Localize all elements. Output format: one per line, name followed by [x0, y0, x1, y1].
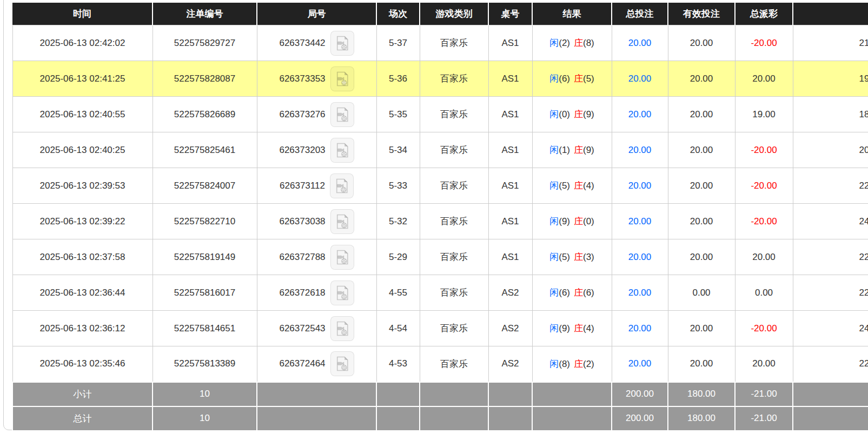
banker-result-label: 庄 — [574, 109, 583, 119]
total-payout-cell: 20.00 — [735, 239, 793, 275]
round-no-cell: 626373353 — [257, 61, 376, 97]
video-file-icon[interactable] — [330, 31, 354, 56]
valid-bet-cell: 20.00 — [668, 25, 735, 61]
table-no-cell: AS1 — [488, 204, 532, 239]
table-row[interactable]: 2025-06-13 02:39:53 522575824007 6263731… — [12, 168, 868, 204]
total-total-bet: 200.00 — [612, 406, 668, 431]
game-type-cell: 百家乐 — [420, 239, 488, 275]
time-cell: 2025-06-13 02:37:58 — [12, 239, 153, 275]
video-file-icon[interactable] — [330, 281, 354, 305]
result-cell: 闲(8)庄(2) — [532, 346, 612, 382]
round-number: 626373353 — [279, 74, 325, 84]
session-cell: 5-29 — [376, 239, 420, 275]
table-no-cell: AS1 — [488, 132, 532, 168]
table-row[interactable]: 2025-06-13 02:35:46 522575813389 6263724… — [12, 346, 868, 382]
balance-cell: 22 — [793, 346, 868, 382]
total-payout-cell: -20.00 — [735, 132, 793, 168]
total-payout-cell: -20.00 — [735, 311, 793, 346]
video-file-icon[interactable] — [330, 102, 354, 127]
balance-cell: 22 — [793, 275, 868, 311]
video-file-icon[interactable] — [330, 138, 354, 163]
game-type-cell: 百家乐 — [420, 25, 488, 61]
table-row[interactable]: 2025-06-13 02:40:25 522575825461 6263732… — [12, 132, 868, 168]
valid-bet-cell: 20.00 — [668, 132, 735, 168]
result-cell: 闲(9)庄(0) — [532, 204, 612, 239]
session-cell: 5-32 — [376, 204, 420, 239]
table-no-cell: AS1 — [488, 61, 532, 97]
player-result-score: (9) — [559, 323, 570, 333]
banker-result-label: 庄 — [574, 359, 583, 369]
header-total-bet: 总投注 — [612, 3, 668, 25]
result-cell: 闲(6)庄(6) — [532, 275, 612, 311]
result-cell: 闲(5)庄(4) — [532, 168, 612, 204]
table-row[interactable]: 2025-06-13 02:40:55 522575826689 6263732… — [12, 97, 868, 132]
valid-bet-cell: 20.00 — [668, 97, 735, 132]
banker-result-label: 庄 — [574, 38, 583, 48]
session-cell: 4-55 — [376, 275, 420, 311]
video-file-icon[interactable] — [330, 209, 354, 234]
balance-cell: 18 — [793, 97, 868, 132]
player-result-score: (9) — [559, 216, 570, 226]
table-row[interactable]: 2025-06-13 02:37:58 522575819149 6263727… — [12, 239, 868, 275]
player-result-label: 闲 — [549, 252, 559, 262]
session-cell: 5-36 — [376, 61, 420, 97]
round-no-cell: 626372618 — [257, 275, 376, 311]
total-label: 总计 — [12, 406, 153, 431]
total-bet-cell: 20.00 — [612, 311, 668, 346]
video-file-icon[interactable] — [330, 316, 354, 341]
video-file-icon[interactable] — [330, 245, 354, 270]
total-bet-cell: 20.00 — [612, 275, 668, 311]
total-bet-cell: 20.00 — [612, 168, 668, 204]
banker-result-score: (9) — [583, 109, 594, 119]
player-result-score: (6) — [559, 288, 570, 298]
total-bet-cell: 20.00 — [612, 204, 668, 239]
bet-id-cell: 522575829727 — [153, 25, 257, 61]
session-cell: 4-54 — [376, 311, 420, 346]
session-cell: 4-53 — [376, 346, 420, 382]
banker-result-label: 庄 — [574, 181, 583, 191]
header-table-no: 桌号 — [488, 3, 532, 25]
session-cell: 5-33 — [376, 168, 420, 204]
banker-result-label: 庄 — [574, 288, 583, 298]
time-cell: 2025-06-13 02:36:44 — [12, 275, 153, 311]
banker-result-score: (3) — [583, 252, 594, 262]
table-header: 时间 注单编号 局号 场次 游戏类别 桌号 结果 总投注 有效投注 总派彩 — [12, 3, 868, 25]
table-row[interactable]: 2025-06-13 02:36:44 522575816017 6263726… — [12, 275, 868, 311]
game-type-cell: 百家乐 — [420, 346, 488, 382]
total-bet-cell: 20.00 — [612, 132, 668, 168]
table-row[interactable]: 2025-06-13 02:36:12 522575814651 6263725… — [12, 311, 868, 346]
header-extra — [793, 3, 868, 25]
time-cell: 2025-06-13 02:35:46 — [12, 346, 153, 382]
table-row[interactable]: 2025-06-13 02:41:25 522575828087 6263733… — [12, 61, 868, 97]
table-body: 2025-06-13 02:42:02 522575829727 6263734… — [12, 25, 868, 382]
video-file-icon[interactable] — [330, 351, 354, 376]
player-result-score: (8) — [559, 359, 570, 369]
balance-cell: 24 — [793, 204, 868, 239]
table-no-cell: AS2 — [488, 346, 532, 382]
header-result: 结果 — [532, 3, 612, 25]
video-file-icon[interactable] — [330, 173, 354, 198]
table-no-cell: AS1 — [488, 239, 532, 275]
round-no-cell: 626373276 — [257, 97, 376, 132]
table-row[interactable]: 2025-06-13 02:39:22 522575822710 6263730… — [12, 204, 868, 239]
player-result-score: (1) — [559, 145, 570, 155]
banker-result-label: 庄 — [574, 252, 583, 262]
table-row[interactable]: 2025-06-13 02:42:02 522575829727 6263734… — [12, 25, 868, 61]
total-payout-cell: 19.00 — [735, 97, 793, 132]
total-payout: -21.00 — [735, 406, 793, 431]
table-no-cell: AS2 — [488, 311, 532, 346]
bet-id-cell: 522575824007 — [153, 168, 257, 204]
session-cell: 5-37 — [376, 25, 420, 61]
session-cell: 5-34 — [376, 132, 420, 168]
video-file-icon[interactable] — [330, 66, 354, 91]
total-row: 总计 10 200.00 180.00 -21.00 — [12, 406, 868, 431]
valid-bet-cell: 20.00 — [668, 61, 735, 97]
time-cell: 2025-06-13 02:42:02 — [12, 25, 153, 61]
player-result-label: 闲 — [549, 74, 559, 84]
valid-bet-cell: 20.00 — [668, 239, 735, 275]
banker-result-score: (4) — [583, 181, 594, 191]
subtotal-payout: -21.00 — [735, 382, 793, 406]
banker-result-label: 庄 — [574, 216, 583, 226]
banker-result-score: (9) — [583, 145, 594, 155]
valid-bet-cell: 0.00 — [668, 275, 735, 311]
